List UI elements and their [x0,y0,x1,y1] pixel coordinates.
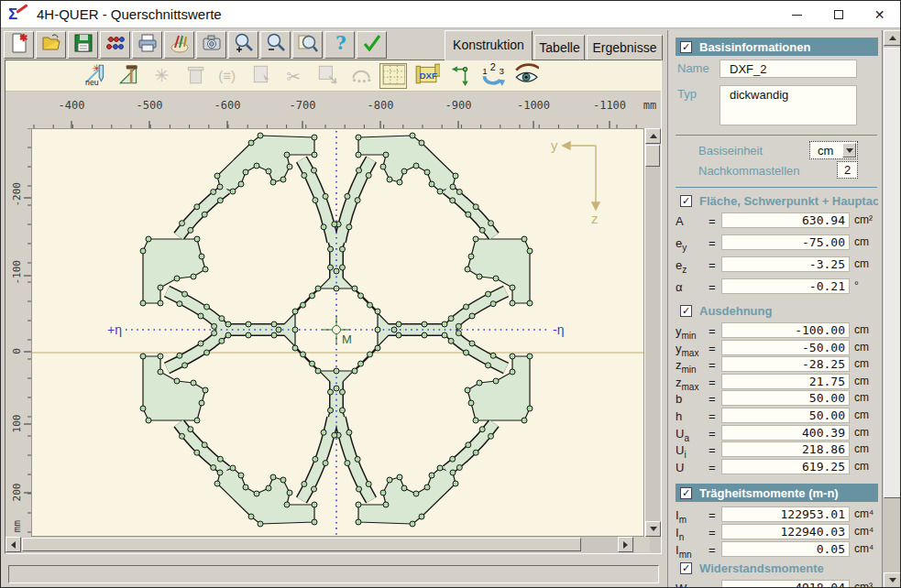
v-ruler-label: 200 [11,484,23,502]
subsection-checkbox[interactable]: ✓ [680,305,692,317]
dxf-import-button[interactable]: DXF [412,63,440,89]
close-button[interactable]: ✕ [859,1,900,28]
subsection-checkbox[interactable]: ✓ [680,562,692,574]
canvas-horizontal-scrollbar[interactable] [5,537,661,553]
value-field[interactable]: 21.75 [721,374,850,389]
save-file-button[interactable] [68,31,98,59]
scroll-left-button[interactable] [5,537,21,552]
eta-plus-label: +η [107,322,122,337]
value-row: U=619.25cm [676,458,881,475]
value-field[interactable]: 0.05 [721,541,850,557]
value-field[interactable]: 50.00 [721,390,850,406]
snapshot-camera-button[interactable] [196,31,226,59]
geometry-tools-button[interactable] [115,63,143,89]
copy-paste-button [247,63,275,89]
subsection-header: ✓Fläche, Schwerpunkt + Hauptachsen [676,193,878,208]
h-ruler-unit: mm [643,99,656,112]
view-eye-button[interactable] [511,63,539,89]
svg-text:✱: ✱ [19,32,27,43]
value-field[interactable]: 619.25 [721,459,850,474]
value-unit: cm⁴ [854,542,874,555]
value-row: ymin=-100.00cm [676,321,881,339]
section-checkbox[interactable]: ✓ [680,41,692,53]
tab-tabelle[interactable]: Tabelle [534,35,585,60]
app-icon: Σ [8,5,28,24]
name-field[interactable]: DXF_2 [720,60,857,78]
value-field[interactable]: -28.25 [721,356,850,372]
canvas-vertical-scrollbar[interactable] [644,128,660,537]
dropdown-arrow-icon[interactable] [842,143,856,158]
subsection-title: Ausdehnung [699,304,772,318]
value-row: zmax=21.75cm [676,373,881,390]
value-field[interactable]: 122953.01 [721,506,850,522]
equals-sign: = [709,280,716,294]
value-field[interactable]: 630.94 [721,212,850,228]
zoom-out-button[interactable] [260,31,291,59]
value-field[interactable]: -100.00 [721,322,850,338]
value-field[interactable]: 122940.03 [721,524,850,539]
value-field[interactable]: 218.86 [721,441,850,457]
value-label: α [676,280,712,294]
value-row: Im=122953.01cm⁴ [676,506,881,523]
drawing-canvas[interactable]: +η -η y z M [31,128,644,537]
horizontal-ruler: -400-500-600-700-800-900-1000-1100mm [5,92,661,128]
panel-scroll-down-button[interactable] [884,572,901,588]
value-field[interactable]: -50.00 [721,340,850,355]
maximize-button[interactable] [818,1,859,28]
typ-field[interactable]: dickwandig [720,85,857,125]
vertical-scroll-thumb[interactable] [645,145,660,167]
value-unit: ° [854,279,859,292]
print-button[interactable] [132,31,162,59]
equals-sign: = [709,358,716,372]
value-field[interactable]: 50.00 [721,408,850,423]
value-unit: cm³ [854,581,873,588]
value-label: A [676,214,712,228]
calculate-button[interactable] [100,31,130,59]
new-element-button[interactable]: ✳neu [82,63,110,89]
tab-konstruktion[interactable]: Konstruktion [445,30,533,60]
scroll-up-button[interactable] [645,128,661,144]
rotate-points-icon [348,62,372,90]
value-field[interactable]: -75.00 [721,234,850,250]
panel-scroll-thumb[interactable] [884,48,901,498]
value-unit: cm [854,408,869,421]
new-file-button[interactable]: ✱ [4,31,34,59]
open-file-button[interactable] [36,31,66,59]
panel-scroll-up-button[interactable] [884,30,901,46]
section-header: ✓Trägheitsmomente (m-n) [676,484,878,502]
value-field[interactable]: 400.39 [721,425,850,441]
scroll-down-button[interactable] [645,521,661,537]
v-ruler-unit: mm [11,517,23,536]
value-row: ey=-75.00cm [676,234,881,256]
panel-scrollbar[interactable] [882,30,901,588]
value-row: Ui=218.86cm [676,441,881,458]
tab-ergebnisse[interactable]: Ergebnisse [587,35,663,60]
text-field-row: Typdickwandig [676,85,881,129]
renumber-rotate-button[interactable]: 123 [478,63,506,89]
zoom-in-button[interactable] [228,31,258,59]
eta-minus-label: -η [553,322,564,337]
subsection-checkbox[interactable]: ✓ [680,195,692,207]
equals-sign: = [709,443,716,457]
separator [676,135,877,136]
zoom-fit-button[interactable] [292,31,323,59]
section-checkbox[interactable]: ✓ [680,487,692,499]
value-field[interactable]: -3.25 [721,256,850,272]
draw-toolbar: ✳neu✳(≡)✂DXF123 [5,60,661,92]
value-field[interactable]: 4918.04 [721,580,850,588]
field-label: Typ [677,87,697,101]
scroll-right-button[interactable] [618,537,633,552]
confirm-ok-button[interactable] [357,31,387,59]
value-field[interactable]: -0.21 [721,278,850,294]
grid-raster-button[interactable] [379,63,407,89]
base-unit-dropdown[interactable]: cm [809,141,858,159]
minimize-button[interactable] [776,1,818,28]
value-row: ez=-3.25cm [676,256,881,278]
help-button[interactable]: ? [324,31,355,59]
decimal-places-field[interactable]: 2 [837,161,858,179]
plot-pens-button[interactable] [164,31,194,59]
axes-origin-button[interactable] [445,63,473,89]
subsection-header: ✓Widerstandsmomente [676,561,878,575]
horizontal-scroll-thumb[interactable] [22,538,581,551]
equals-sign: = [709,526,716,539]
